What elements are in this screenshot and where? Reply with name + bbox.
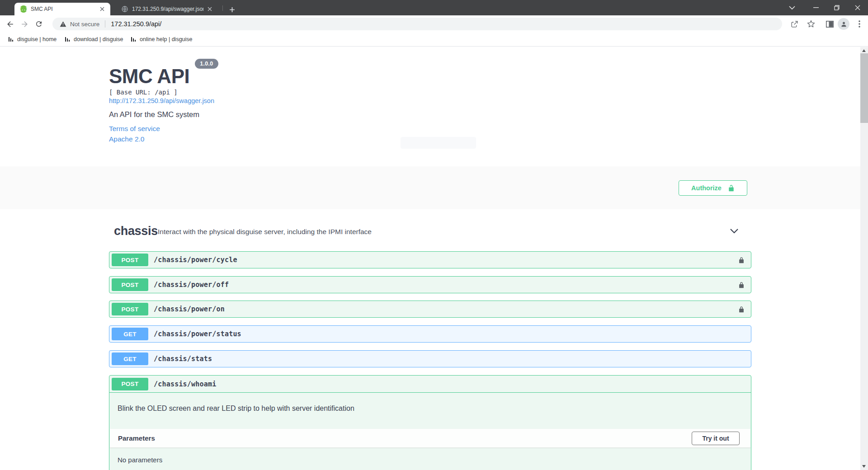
browser-window: {..} SMC API 172.31.250.9/api/swagger.js… bbox=[0, 0, 868, 470]
lock-icon[interactable] bbox=[738, 281, 745, 289]
close-window-button[interactable] bbox=[847, 0, 868, 15]
bookmark-label: disguise | home bbox=[17, 36, 57, 42]
browser-toolbar: Not secure 172.31.250.9/api/ bbox=[0, 15, 868, 32]
disguise-logo-icon bbox=[8, 36, 14, 42]
tab-swagger-json[interactable]: 172.31.250.9/api/swagger.json bbox=[116, 3, 218, 15]
try-it-out-button[interactable]: Try it out bbox=[692, 432, 740, 445]
reload-button[interactable] bbox=[31, 16, 47, 32]
share-icon[interactable] bbox=[788, 17, 801, 31]
url-text[interactable]: 172.31.250.9/api/ bbox=[111, 20, 161, 28]
authorize-button[interactable]: Authorize bbox=[679, 180, 747, 196]
endpoint-row[interactable]: POST /chassis/power/cycle bbox=[109, 251, 751, 268]
swagger-spec-link[interactable]: http://172.31.250.9/api/swagger.json bbox=[109, 97, 214, 104]
page-scrollbar[interactable] bbox=[860, 47, 868, 470]
scheme-container: Authorize bbox=[0, 166, 860, 209]
endpoint-row[interactable]: GET /chassis/power/status bbox=[109, 325, 751, 343]
section-header-chassis[interactable]: chassis Interact with the physical disgu… bbox=[109, 224, 751, 240]
section-name: chassis bbox=[114, 224, 158, 238]
base-url-label: [ Base URL: /api ] bbox=[109, 89, 178, 96]
endpoint-path: /chassis/power/on bbox=[154, 305, 225, 313]
security-label[interactable]: Not secure bbox=[70, 21, 99, 28]
scroll-up-arrow-icon[interactable] bbox=[862, 49, 866, 52]
lock-icon[interactable] bbox=[738, 256, 745, 264]
disguise-logo-icon bbox=[65, 36, 70, 42]
endpoint-path: /chassis/power/status bbox=[154, 330, 241, 338]
scroll-down-arrow-icon[interactable] bbox=[862, 465, 866, 468]
tab-title: SMC API bbox=[31, 6, 96, 12]
faint-watermark bbox=[401, 137, 476, 149]
restore-button[interactable] bbox=[826, 0, 847, 15]
forward-button[interactable] bbox=[17, 16, 32, 32]
omnibox-divider bbox=[105, 20, 105, 28]
parameters-title: Parameters bbox=[118, 434, 155, 442]
bookmark-online-help[interactable]: online help | disguise bbox=[131, 32, 193, 47]
method-badge: POST bbox=[112, 378, 148, 390]
unlock-icon bbox=[728, 184, 735, 192]
chevron-down-icon[interactable] bbox=[730, 228, 739, 236]
disguise-logo-icon bbox=[131, 36, 136, 42]
method-badge: GET bbox=[112, 328, 148, 340]
lock-icon[interactable] bbox=[738, 306, 745, 313]
endpoint-path: /chassis/power/cycle bbox=[154, 256, 237, 264]
bookmarks-bar: disguise | home download | disguise onli… bbox=[0, 32, 868, 47]
parameters-header: Parameters Try it out bbox=[110, 429, 750, 448]
version-badge: 1.0.0 bbox=[195, 59, 218, 69]
endpoint-path: /chassis/stats bbox=[154, 355, 212, 363]
api-description: An API for the SMC system bbox=[109, 110, 199, 119]
section-description: Interact with the physical disguise serv… bbox=[158, 228, 372, 236]
page-title: SMC API1.0.0 bbox=[109, 65, 218, 88]
swagger-page: SMC API1.0.0 [ Base URL: /api ] http://1… bbox=[0, 47, 868, 470]
new-tab-button[interactable] bbox=[226, 4, 238, 15]
bookmark-star-icon[interactable] bbox=[804, 17, 818, 31]
method-badge: POST bbox=[112, 303, 148, 315]
tab-close-icon[interactable] bbox=[99, 5, 106, 13]
swagger-favicon-icon: {..} bbox=[20, 5, 27, 13]
terms-of-service-link[interactable]: Terms of service bbox=[109, 125, 160, 133]
tab-search-chevron-icon[interactable] bbox=[784, 0, 800, 15]
endpoint-path: /chassis/power/off bbox=[154, 281, 229, 289]
window-controls bbox=[806, 0, 868, 15]
bookmark-label: download | disguise bbox=[74, 36, 123, 42]
menu-kebab-icon[interactable] bbox=[853, 17, 866, 31]
scrollbar-thumb[interactable] bbox=[860, 53, 868, 123]
not-secure-warning-icon[interactable] bbox=[60, 21, 66, 28]
tab-smc-api[interactable]: {..} SMC API bbox=[14, 3, 110, 15]
profile-avatar[interactable] bbox=[837, 17, 850, 31]
bookmark-label: online help | disguise bbox=[140, 36, 193, 42]
back-button[interactable] bbox=[2, 16, 18, 32]
endpoint-row[interactable]: POST /chassis/power/off bbox=[109, 276, 751, 293]
license-link[interactable]: Apache 2.0 bbox=[109, 135, 144, 143]
minimize-button[interactable] bbox=[806, 0, 826, 15]
endpoint-row[interactable]: POST /chassis/power/on bbox=[109, 301, 751, 318]
bookmark-disguise-home[interactable]: disguise | home bbox=[8, 32, 57, 47]
endpoint-path: /chassis/whoami bbox=[154, 380, 216, 388]
endpoint-expanded-whoami: POST /chassis/whoami Blink the OLED scre… bbox=[109, 375, 751, 470]
method-badge: POST bbox=[112, 278, 148, 291]
method-badge: POST bbox=[112, 254, 148, 266]
bookmark-download-disguise[interactable]: download | disguise bbox=[65, 32, 123, 47]
method-badge: GET bbox=[112, 352, 148, 365]
side-panel-icon[interactable] bbox=[823, 17, 836, 31]
endpoint-row[interactable]: GET /chassis/stats bbox=[109, 350, 751, 367]
tab-close-icon[interactable] bbox=[206, 5, 213, 13]
no-parameters-text: No parameters bbox=[118, 456, 162, 464]
endpoint-row[interactable]: POST /chassis/whoami bbox=[109, 376, 751, 393]
authorize-label: Authorize bbox=[691, 184, 722, 192]
tab-separator bbox=[222, 5, 223, 11]
globe-icon bbox=[121, 5, 128, 13]
endpoint-description: Blink the OLED screen and rear LED strip… bbox=[118, 404, 354, 413]
address-bar[interactable]: Not secure 172.31.250.9/api/ bbox=[52, 18, 782, 30]
tab-title: 172.31.250.9/api/swagger.json bbox=[132, 6, 203, 12]
title-bar: {..} SMC API 172.31.250.9/api/swagger.js… bbox=[0, 0, 868, 15]
